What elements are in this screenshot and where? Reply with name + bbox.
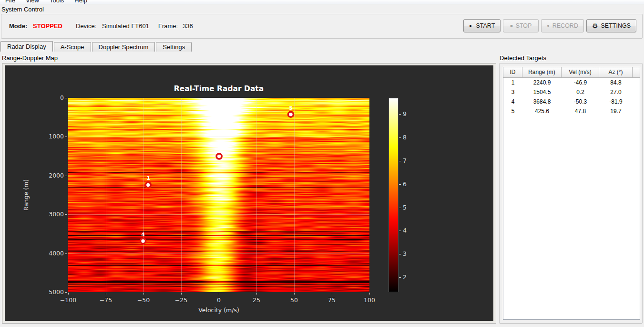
menu-view[interactable]: View [24, 0, 41, 4]
detected-targets-table[interactable]: ID Range (m) Vel (m/s) Az (°) 1 2240.9 -… [503, 67, 640, 320]
cell-id: 5 [503, 108, 522, 115]
record-button-label: RECORD [552, 22, 578, 29]
tab-a-scope[interactable]: A-Scope [54, 42, 91, 52]
record-button[interactable]: ● RECORD [541, 19, 584, 32]
x-tick-label: −75 [91, 296, 121, 304]
stop-button[interactable]: ■ STOP [503, 19, 539, 32]
table-row[interactable]: 3 1504.5 0.2 27.0 [503, 87, 640, 97]
menu-help[interactable]: Help [73, 0, 89, 4]
menu-tools[interactable]: Tools [48, 0, 65, 4]
colorbar-tick-mark [399, 208, 401, 208]
table-row[interactable]: 5 425.6 47.8 19.7 [503, 106, 640, 116]
column-header-vel[interactable]: Vel (m/s) [562, 67, 599, 78]
colorbar-tick-label: 7 [403, 157, 407, 164]
cell-az: 84.8 [599, 79, 633, 86]
column-header-az[interactable]: Az (°) [599, 67, 633, 78]
table-header-row: ID Range (m) Vel (m/s) Az (°) [503, 67, 640, 78]
stop-button-label: STOP [516, 22, 532, 29]
colorbar-tick-mark [399, 114, 401, 115]
tab-radar-display[interactable]: Radar Display [0, 41, 53, 52]
x-tick-label: 100 [354, 296, 385, 304]
menu-file[interactable]: File [4, 0, 17, 4]
x-tick-mark [294, 293, 295, 295]
stop-icon: ■ [510, 24, 512, 28]
colorbar-tick-label: 4 [403, 227, 407, 234]
cell-az: 27.0 [599, 89, 633, 95]
colorbar-tick-label: 2 [403, 274, 407, 281]
control-buttons: ► START ■ STOP ● RECORD ⚙ SETTINGS [463, 19, 636, 32]
y-tick-mark [65, 292, 67, 293]
x-axis-label: Velocity (m/s) [68, 306, 369, 314]
y-tick-label: 2000 [36, 172, 64, 179]
y-tick-label: 0 [36, 94, 64, 101]
tab-bar: Radar Display A-Scope Doppler Spectrum S… [0, 41, 193, 52]
x-tick-label: −25 [166, 296, 196, 304]
system-control-title: System Control [1, 6, 44, 13]
detected-targets-group: ID Range (m) Vel (m/s) Az (°) 1 2240.9 -… [499, 63, 643, 324]
colorbar-tick-mark [399, 161, 401, 161]
cell-range: 2240.9 [522, 79, 562, 86]
settings-button-label: SETTINGS [601, 22, 631, 29]
colorbar-tick-mark [399, 137, 401, 138]
menu-items: File View Tools Help [0, 0, 644, 4]
colorbar-tick-label: 8 [403, 134, 407, 141]
frame-value: 336 [183, 22, 193, 30]
colorbar-tick-label: 3 [403, 250, 407, 257]
gear-icon: ⚙ [592, 22, 598, 29]
y-tick-mark [65, 137, 67, 137]
start-button[interactable]: ► START [463, 19, 501, 32]
table-row[interactable]: 4 3684.8 -50.3 -81.9 [503, 97, 640, 106]
cell-range: 425.6 [522, 108, 562, 115]
colorbar-tick-mark [399, 231, 401, 231]
y-tick-label: 4000 [36, 250, 64, 257]
start-button-label: START [476, 22, 495, 29]
colorbar-tick-mark [399, 184, 401, 185]
column-header-id[interactable]: ID [503, 67, 522, 78]
mode-label: Mode: [9, 22, 27, 30]
play-icon: ► [469, 24, 473, 28]
x-tick-mark [219, 293, 219, 295]
plot-title: Real-Time Radar Data [68, 84, 369, 93]
cell-vel: 0.2 [562, 89, 599, 95]
menu-bar: File View Tools Help [0, 0, 644, 4]
x-tick-mark [181, 293, 182, 295]
x-tick-mark [106, 293, 106, 295]
x-tick-label: 0 [204, 296, 234, 304]
cell-id: 1 [503, 79, 522, 86]
x-tick-label: 25 [241, 296, 272, 304]
y-axis-label-wrap: Range (m) [19, 98, 33, 292]
table-row[interactable]: 1 2240.9 -46.9 84.8 [503, 78, 640, 87]
mode-value: STOPPED [33, 22, 62, 30]
device-value: Simulated FT601 [102, 22, 149, 30]
x-tick-label: −100 [53, 296, 83, 304]
range-doppler-heatmap[interactable] [68, 98, 369, 292]
cell-id: 4 [503, 98, 522, 105]
y-tick-label: 3000 [36, 211, 64, 218]
column-header-stub [633, 67, 640, 78]
tab-settings[interactable]: Settings [156, 42, 192, 52]
colorbar-tick-label: 6 [403, 180, 407, 188]
system-control-group: Mode: STOPPED Device: Simulated FT601 Fr… [1, 14, 643, 39]
cell-vel: -50.3 [562, 98, 599, 105]
colorbar-tick-label: 9 [403, 110, 407, 117]
settings-button[interactable]: ⚙ SETTINGS [586, 19, 636, 32]
column-header-range[interactable]: Range (m) [522, 67, 562, 78]
record-icon: ● [547, 24, 549, 28]
x-tick-mark [143, 293, 144, 295]
cell-id: 3 [503, 89, 522, 95]
y-axis-label: Range (m) [23, 179, 30, 211]
colorbar-tick-mark [399, 277, 401, 278]
y-tick-mark [65, 176, 67, 176]
cell-range: 1504.5 [522, 89, 562, 95]
x-tick-mark [68, 293, 69, 295]
x-tick-label: 75 [317, 296, 347, 304]
colorbar-tick-label: 5 [403, 204, 407, 211]
x-tick-mark [256, 293, 257, 295]
range-doppler-plot-frame: Real-Time Radar Data Range (m) Velocity … [2, 63, 496, 324]
device-label: Device: [76, 22, 96, 30]
range-doppler-map-title: Range-Doppler Map [2, 54, 58, 62]
y-tick-label: 5000 [36, 288, 64, 295]
tab-doppler-spectrum[interactable]: Doppler Spectrum [92, 42, 155, 52]
radar-plot-panel: Real-Time Radar Data Range (m) Velocity … [5, 65, 493, 321]
cell-vel: 47.8 [562, 108, 599, 115]
